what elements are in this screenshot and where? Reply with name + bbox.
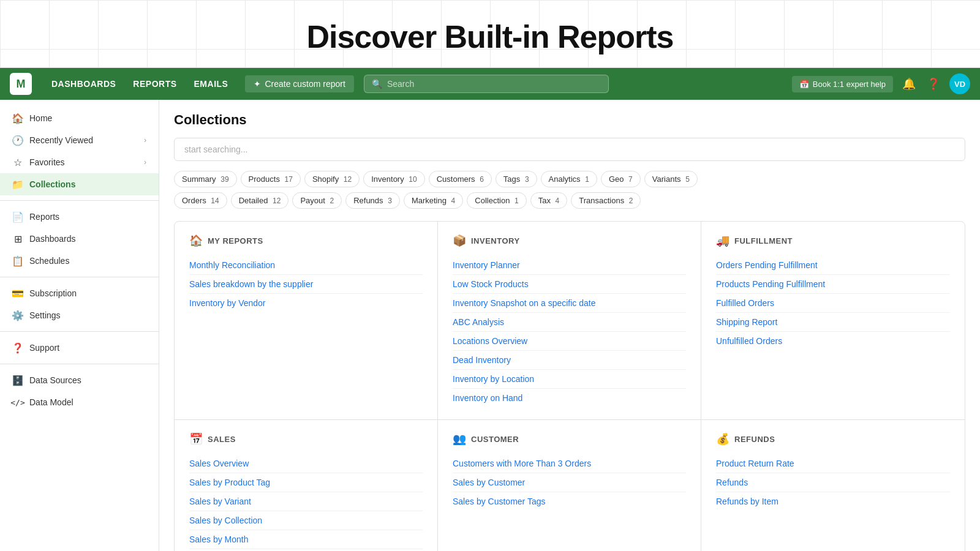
collections-search-input[interactable] [174, 138, 965, 161]
link-abc-analysis[interactable]: ABC Analysis [453, 313, 686, 332]
notifications-button[interactable]: 🔔 [900, 75, 918, 92]
link-refunds[interactable]: Refunds [716, 473, 950, 492]
filter-variants[interactable]: Variants 5 [644, 171, 698, 187]
create-btn-label: Create custom report [265, 79, 345, 89]
fulfillment-title: FULFILLMENT [734, 236, 793, 246]
logo[interactable]: M [10, 73, 32, 95]
sidebar-item-recently-viewed-label: Recently Viewed [29, 135, 93, 145]
section-inventory-header: 📦 INVENTORY [453, 234, 686, 247]
nav-emails[interactable]: EMAILS [187, 75, 236, 92]
hero-title: Discover Built-in Reports [12, 18, 968, 55]
link-unfulfilled-orders[interactable]: Unfulfilled Orders [716, 332, 950, 350]
star-icon: ☆ [12, 157, 23, 168]
sidebar-item-favorites[interactable]: ☆ Favorites › [0, 151, 159, 173]
filter-detailed[interactable]: Detailed 12 [231, 192, 289, 209]
sidebar-item-data-sources[interactable]: 🗄️ Data Sources [0, 369, 159, 391]
filter-tags[interactable]: Tags 3 [496, 171, 537, 187]
filter-tax[interactable]: Tax 4 [530, 192, 568, 209]
link-sales-by-customer[interactable]: Sales by Customer [453, 473, 686, 492]
book-expert-button[interactable]: 📅 Book 1:1 expert help [792, 76, 893, 92]
link-customers-3-orders[interactable]: Customers with More Than 3 Orders [453, 454, 686, 473]
link-sales-by-month[interactable]: Sales by Month [189, 530, 423, 549]
help-button[interactable]: ❓ [925, 75, 942, 92]
sidebar-item-schedules-label: Schedules [29, 256, 69, 266]
sidebar-item-support[interactable]: ❓ Support [0, 337, 159, 359]
link-fulfilled-orders[interactable]: Fulfilled Orders [716, 294, 950, 313]
customer-icon: 👥 [453, 432, 466, 446]
filter-summary[interactable]: Summary 39 [174, 171, 237, 187]
inventory-icon: 📦 [453, 234, 466, 247]
link-locations-overview[interactable]: Locations Overview [453, 332, 686, 351]
filter-analytics[interactable]: Analytics 1 [541, 171, 597, 187]
sidebar-item-reports[interactable]: 📄 Reports [0, 206, 159, 228]
link-low-stock-products[interactable]: Low Stock Products [453, 275, 686, 294]
fulfillment-icon: 🚚 [716, 234, 729, 247]
sidebar-item-subscription[interactable]: 💳 Subscription [0, 282, 159, 304]
filter-orders[interactable]: Orders 14 [174, 192, 227, 209]
sidebar-item-schedules[interactable]: 📋 Schedules [0, 250, 159, 272]
filter-customers[interactable]: Customers 6 [429, 171, 492, 187]
sidebar-item-collections-label: Collections [29, 179, 75, 189]
link-inventory-by-location[interactable]: Inventory by Location [453, 370, 686, 389]
section-customer: 👥 CUSTOMER Customers with More Than 3 Or… [438, 420, 701, 551]
chevron-right-icon-2: › [144, 158, 146, 167]
link-inventory-planner[interactable]: Inventory Planner [453, 256, 686, 275]
nav-dashboards[interactable]: DASHBOARDS [44, 75, 123, 92]
filter-collection[interactable]: Collection 1 [467, 192, 526, 209]
inventory-title: INVENTORY [471, 236, 520, 246]
filter-payout[interactable]: Payout 2 [292, 192, 342, 209]
chevron-right-icon: › [144, 136, 146, 144]
sidebar-item-data-model[interactable]: </> Data Model [0, 391, 159, 413]
link-sales-by-customer-tags[interactable]: Sales by Customer Tags [453, 492, 686, 511]
filter-products[interactable]: Products 17 [241, 171, 301, 187]
nav-links: DASHBOARDS REPORTS EMAILS [44, 75, 235, 92]
user-avatar[interactable]: VD [949, 73, 970, 94]
link-sales-overview[interactable]: Sales Overview [189, 454, 423, 473]
link-products-pending-fulfillment[interactable]: Products Pending Fulfillment [716, 275, 950, 294]
link-monthly-reconciliation[interactable]: Monthly Reconciliation [189, 256, 423, 275]
link-refunds-by-item[interactable]: Refunds by Item [716, 492, 950, 511]
hero-banner: Discover Built-in Reports [0, 0, 980, 68]
section-inventory: 📦 INVENTORY Inventory Planner Low Stock … [438, 222, 701, 420]
link-sales-by-variant[interactable]: Sales by Variant [189, 492, 423, 511]
link-product-return-rate[interactable]: Product Return Rate [716, 454, 950, 473]
sidebar-item-data-model-label: Data Model [29, 397, 74, 407]
main-content: Collections Summary 39 Products 17 Shopi… [159, 100, 980, 551]
link-shipping-report[interactable]: Shipping Report [716, 313, 950, 332]
sidebar: 🏠 Home 🕐 Recently Viewed › ☆ Favorites ›… [0, 100, 159, 551]
search-input[interactable] [387, 79, 601, 89]
section-fulfillment-header: 🚚 FULFILLMENT [716, 234, 950, 247]
link-dead-inventory[interactable]: Dead Inventory [453, 351, 686, 370]
filter-row-1: Summary 39 Products 17 Shopify 12 Invent… [174, 171, 965, 187]
link-sales-by-collection[interactable]: Sales by Collection [189, 511, 423, 530]
section-sales-header: 📅 SALES [189, 432, 423, 446]
filter-inventory[interactable]: Inventory 10 [363, 171, 424, 187]
search-box[interactable]: 🔍 [364, 75, 609, 93]
sidebar-item-dashboards[interactable]: ⊞ Dashboards [0, 228, 159, 250]
link-inventory-snapshot[interactable]: Inventory Snapshot on a specific date [453, 294, 686, 313]
subscription-icon: 💳 [12, 288, 23, 299]
link-inventory-on-hand[interactable]: Inventory on Hand [453, 389, 686, 407]
dashboards-icon: ⊞ [12, 233, 23, 244]
sales-title: SALES [208, 435, 236, 444]
nav-reports[interactable]: REPORTS [126, 75, 184, 92]
data-model-icon: </> [12, 397, 23, 408]
filter-transactions[interactable]: Transactions 2 [571, 192, 641, 209]
sidebar-item-settings[interactable]: ⚙️ Settings [0, 304, 159, 326]
sidebar-item-recently-viewed[interactable]: 🕐 Recently Viewed › [0, 129, 159, 151]
sidebar-item-collections[interactable]: 📁 Collections [0, 173, 159, 195]
sidebar-divider-2 [0, 277, 159, 277]
link-sales-by-product-tag[interactable]: Sales by Product Tag [189, 473, 423, 492]
sidebar-item-home[interactable]: 🏠 Home [0, 107, 159, 129]
support-icon: ❓ [12, 342, 23, 353]
page-title: Collections [174, 112, 965, 128]
sidebar-item-settings-label: Settings [29, 310, 61, 320]
filter-geo[interactable]: Geo 7 [601, 171, 641, 187]
create-custom-report-button[interactable]: ✦ Create custom report [245, 75, 354, 92]
link-sales-breakdown-supplier[interactable]: Sales breakdown by the supplier [189, 275, 423, 294]
link-orders-pending-fulfillment[interactable]: Orders Pending Fulfillment [716, 256, 950, 275]
filter-shopify[interactable]: Shopify 12 [304, 171, 360, 187]
link-inventory-by-vendor[interactable]: Inventory by Vendor [189, 294, 423, 312]
filter-marketing[interactable]: Marketing 4 [404, 192, 463, 209]
filter-refunds[interactable]: Refunds 3 [345, 192, 400, 209]
